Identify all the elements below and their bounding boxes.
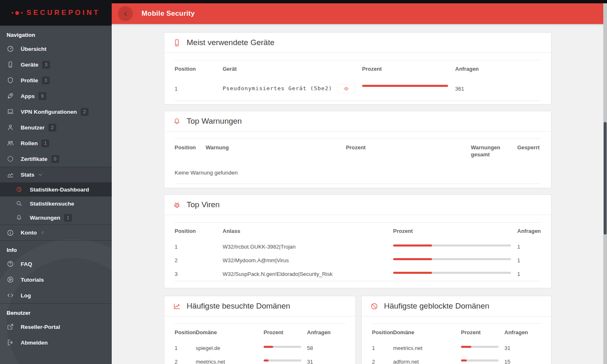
requests-cell: 15 (504, 355, 541, 364)
card-top-warnings: Top Warnungen Position Warnung Prozent W… (164, 111, 552, 188)
table-row: 3 W32/SuspPack.N.gen!Eldorado|Security_R… (175, 267, 541, 281)
empty-message: Keine Warnung gefunden (175, 163, 541, 184)
column-header: Anfragen (455, 60, 541, 78)
card-title: Top Viren (187, 200, 220, 209)
card-top-visited-domains: Häufigste besuchte Domänen Position Domä… (164, 296, 356, 364)
sidebar-item-tutorials[interactable]: Tutorials (0, 272, 112, 287)
sidebar-item-label: Geräte (21, 62, 38, 68)
column-header: Warnungen gesamt (471, 139, 517, 164)
column-header: Prozent (393, 223, 517, 240)
sidebar-item-vpn-konfigurationen[interactable]: VPN Konfigurationen 2 (0, 104, 112, 120)
page-scrollbar[interactable] (603, 3, 607, 364)
nav-section-benutzer: Benutzer (0, 303, 112, 319)
external-link-icon (7, 323, 15, 331)
sidebar-item-zertifikate[interactable]: Zertifikate 0 (0, 151, 112, 167)
count-badge: 0 (51, 155, 59, 163)
bottom-cards-row: Häufigste besuchte Domänen Position Domä… (164, 296, 607, 364)
scrollbar-thumb[interactable] (604, 122, 607, 235)
percent-bar (362, 85, 448, 87)
sidebar-item-log[interactable]: Log (0, 287, 112, 303)
sidebar-item-label: Warnungen (30, 215, 60, 221)
count-badge: 1 (64, 214, 72, 222)
percent-bar (461, 346, 499, 348)
brand-logo: SECUREPOINT (0, 0, 112, 26)
card-top-blocked-domains: Häufigste geblockte Domänen Position Dom… (361, 296, 552, 364)
column-header: Position (175, 139, 206, 164)
sidebar-item-label: Statistikensuche (30, 201, 74, 207)
users-icon (7, 139, 15, 147)
sidebar-item-label: Apps (21, 93, 35, 99)
percent-bar (264, 359, 301, 362)
sidebar-item-profile[interactable]: Profile 3 (0, 72, 112, 88)
sidebar-item-label: Benutzer (21, 125, 45, 131)
sidebar-item-reseller-portal[interactable]: Reseller-Portal (0, 319, 112, 335)
sidebar-item-apps[interactable]: Apps 9 (0, 88, 112, 104)
position-cell: 2 (175, 355, 196, 364)
position-cell: 2 (175, 254, 223, 267)
sidebar-item-statistiken-dashboard[interactable]: Statistiken-Dashboard (0, 182, 112, 196)
sidebar-item-stats[interactable]: Stats (0, 167, 112, 182)
sidebar-item-label: Konto (21, 230, 37, 236)
requests-cell: 31 (307, 355, 345, 364)
sign-out-icon (7, 338, 15, 347)
column-header: Anfragen (307, 324, 345, 342)
domain-cell: meetrics.net (196, 355, 264, 364)
chevron-left-icon (41, 230, 45, 235)
card-title: Top Warnungen (187, 117, 242, 126)
count-badge: 2 (48, 124, 56, 132)
column-header: Prozent (264, 324, 307, 342)
position-cell: 1 (175, 240, 223, 254)
view-device-button[interactable] (337, 84, 355, 93)
sidebar-item-label: Reseller-Portal (21, 324, 60, 330)
sidebar-item-geraete[interactable]: Geräte 3 (0, 57, 112, 72)
column-header: Anfragen (504, 324, 541, 342)
percent-bar (393, 272, 511, 274)
sidebar-item-benutzer[interactable]: Benutzer 2 (0, 120, 112, 135)
question-circle-icon (7, 260, 15, 268)
requests-cell: 58 (307, 341, 345, 355)
position-cell: 1 (175, 78, 223, 101)
chart-line-icon (173, 302, 181, 310)
chevron-left-icon (122, 11, 129, 17)
column-header: Gesperrt (517, 139, 541, 164)
sidebar-item-label: Profile (21, 77, 38, 84)
domain-cell: meetrics.net (393, 341, 461, 355)
card-title: Häufigste geblockte Domänen (384, 302, 489, 311)
card-header: Häufigste geblockte Domänen (362, 296, 551, 316)
percent-bar (264, 346, 301, 348)
count-badge: 3 (42, 77, 50, 84)
column-header: Prozent (461, 324, 504, 342)
card-header: Häufigste besuchte Domänen (164, 296, 355, 316)
brand-name: SECUREPOINT (26, 9, 100, 17)
search-icon (16, 199, 24, 208)
eye-icon (343, 86, 350, 91)
logo-dot-icon (21, 12, 23, 14)
percent-bar (393, 258, 511, 260)
percent-bar (393, 244, 511, 247)
back-button[interactable] (118, 6, 133, 21)
sidebar-item-abmelden[interactable]: Abmelden (0, 335, 112, 350)
card-most-used-devices: Meist verwendete Geräte Position Gerät P… (164, 32, 552, 105)
sidebar-item-label: Statistiken-Dashboard (30, 187, 89, 193)
column-header: Prozent (346, 139, 471, 164)
sidebar-item-faq[interactable]: FAQ (0, 256, 112, 272)
info-circle-icon (7, 229, 15, 237)
sidebar-item-konto[interactable]: Konto (0, 225, 112, 240)
sidebar-item-warnungen[interactable]: Warnungen 1 (0, 211, 112, 225)
position-cell: 1 (175, 341, 196, 355)
code-icon (7, 291, 15, 299)
user-icon (7, 123, 15, 132)
smartphone-icon (7, 60, 15, 69)
sidebar-item-uebersicht[interactable]: Übersicht (0, 41, 112, 57)
sidebar-item-statistikensuche[interactable]: Statistikensuche (0, 196, 112, 211)
table-row: 1 spiegel.de 58 (175, 341, 345, 355)
nav-section-navigation: Navigation (0, 26, 112, 41)
page-title: Mobile Security (142, 10, 195, 18)
sidebar-item-rollen[interactable]: Rollen 1 (0, 135, 112, 151)
column-header: Domäne (393, 324, 461, 342)
table-row: 1 meetrics.net 31 (372, 341, 541, 355)
card-title: Häufigste besuchte Domänen (187, 302, 290, 311)
column-header: Anfragen (517, 223, 541, 240)
column-header: Warnung (206, 139, 346, 164)
column-header: Prozent (362, 60, 455, 78)
